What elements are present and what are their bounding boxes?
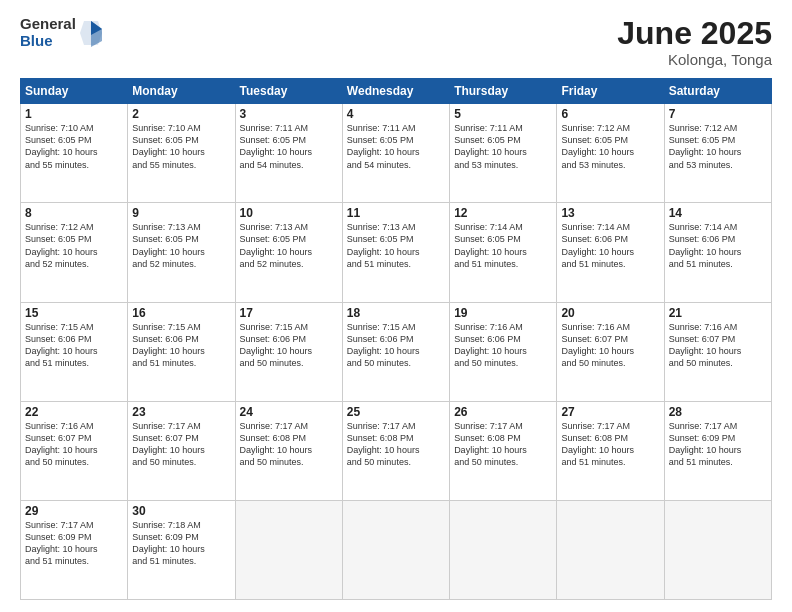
calendar-cell: 6Sunrise: 7:12 AM Sunset: 6:05 PM Daylig… — [557, 104, 664, 203]
day-number: 27 — [561, 405, 659, 419]
calendar-cell: 22Sunrise: 7:16 AM Sunset: 6:07 PM Dayli… — [21, 401, 128, 500]
calendar-cell: 24Sunrise: 7:17 AM Sunset: 6:08 PM Dayli… — [235, 401, 342, 500]
day-info: Sunrise: 7:14 AM Sunset: 6:05 PM Dayligh… — [454, 221, 552, 270]
col-header-wednesday: Wednesday — [342, 79, 449, 104]
calendar-cell — [664, 500, 771, 599]
day-number: 23 — [132, 405, 230, 419]
calendar-cell — [450, 500, 557, 599]
day-info: Sunrise: 7:17 AM Sunset: 6:09 PM Dayligh… — [669, 420, 767, 469]
day-number: 2 — [132, 107, 230, 121]
day-number: 22 — [25, 405, 123, 419]
calendar-cell: 25Sunrise: 7:17 AM Sunset: 6:08 PM Dayli… — [342, 401, 449, 500]
col-header-thursday: Thursday — [450, 79, 557, 104]
day-number: 24 — [240, 405, 338, 419]
day-number: 6 — [561, 107, 659, 121]
calendar-cell: 5Sunrise: 7:11 AM Sunset: 6:05 PM Daylig… — [450, 104, 557, 203]
day-info: Sunrise: 7:17 AM Sunset: 6:08 PM Dayligh… — [347, 420, 445, 469]
day-number: 9 — [132, 206, 230, 220]
title-block: June 2025 Kolonga, Tonga — [617, 16, 772, 68]
logo-general: General — [20, 16, 76, 33]
calendar-cell: 1Sunrise: 7:10 AM Sunset: 6:05 PM Daylig… — [21, 104, 128, 203]
calendar-cell: 20Sunrise: 7:16 AM Sunset: 6:07 PM Dayli… — [557, 302, 664, 401]
calendar-cell: 4Sunrise: 7:11 AM Sunset: 6:05 PM Daylig… — [342, 104, 449, 203]
day-number: 16 — [132, 306, 230, 320]
logo-icon — [80, 19, 102, 47]
day-number: 3 — [240, 107, 338, 121]
calendar-cell: 15Sunrise: 7:15 AM Sunset: 6:06 PM Dayli… — [21, 302, 128, 401]
logo: General Blue — [20, 16, 102, 49]
calendar-cell: 2Sunrise: 7:10 AM Sunset: 6:05 PM Daylig… — [128, 104, 235, 203]
page: General Blue June 2025 Kolonga, Tonga Su… — [0, 0, 792, 612]
calendar-cell: 8Sunrise: 7:12 AM Sunset: 6:05 PM Daylig… — [21, 203, 128, 302]
day-info: Sunrise: 7:13 AM Sunset: 6:05 PM Dayligh… — [240, 221, 338, 270]
calendar-cell — [235, 500, 342, 599]
col-header-monday: Monday — [128, 79, 235, 104]
calendar-cell: 3Sunrise: 7:11 AM Sunset: 6:05 PM Daylig… — [235, 104, 342, 203]
col-header-saturday: Saturday — [664, 79, 771, 104]
day-info: Sunrise: 7:18 AM Sunset: 6:09 PM Dayligh… — [132, 519, 230, 568]
day-info: Sunrise: 7:12 AM Sunset: 6:05 PM Dayligh… — [669, 122, 767, 171]
day-info: Sunrise: 7:16 AM Sunset: 6:07 PM Dayligh… — [25, 420, 123, 469]
day-number: 15 — [25, 306, 123, 320]
day-info: Sunrise: 7:10 AM Sunset: 6:05 PM Dayligh… — [132, 122, 230, 171]
logo-text: General Blue — [20, 16, 76, 49]
calendar-cell: 21Sunrise: 7:16 AM Sunset: 6:07 PM Dayli… — [664, 302, 771, 401]
day-info: Sunrise: 7:15 AM Sunset: 6:06 PM Dayligh… — [25, 321, 123, 370]
day-info: Sunrise: 7:14 AM Sunset: 6:06 PM Dayligh… — [669, 221, 767, 270]
day-number: 18 — [347, 306, 445, 320]
col-header-sunday: Sunday — [21, 79, 128, 104]
day-info: Sunrise: 7:16 AM Sunset: 6:06 PM Dayligh… — [454, 321, 552, 370]
day-info: Sunrise: 7:15 AM Sunset: 6:06 PM Dayligh… — [240, 321, 338, 370]
month-title: June 2025 — [617, 16, 772, 51]
calendar-cell: 18Sunrise: 7:15 AM Sunset: 6:06 PM Dayli… — [342, 302, 449, 401]
day-info: Sunrise: 7:11 AM Sunset: 6:05 PM Dayligh… — [454, 122, 552, 171]
day-number: 26 — [454, 405, 552, 419]
day-number: 28 — [669, 405, 767, 419]
day-number: 12 — [454, 206, 552, 220]
day-number: 11 — [347, 206, 445, 220]
day-number: 25 — [347, 405, 445, 419]
calendar-cell: 23Sunrise: 7:17 AM Sunset: 6:07 PM Dayli… — [128, 401, 235, 500]
calendar-cell: 16Sunrise: 7:15 AM Sunset: 6:06 PM Dayli… — [128, 302, 235, 401]
day-info: Sunrise: 7:13 AM Sunset: 6:05 PM Dayligh… — [132, 221, 230, 270]
calendar-cell: 14Sunrise: 7:14 AM Sunset: 6:06 PM Dayli… — [664, 203, 771, 302]
location: Kolonga, Tonga — [617, 51, 772, 68]
day-info: Sunrise: 7:14 AM Sunset: 6:06 PM Dayligh… — [561, 221, 659, 270]
calendar-cell — [557, 500, 664, 599]
day-info: Sunrise: 7:17 AM Sunset: 6:08 PM Dayligh… — [240, 420, 338, 469]
day-number: 8 — [25, 206, 123, 220]
day-info: Sunrise: 7:11 AM Sunset: 6:05 PM Dayligh… — [347, 122, 445, 171]
day-number: 21 — [669, 306, 767, 320]
day-number: 5 — [454, 107, 552, 121]
day-number: 17 — [240, 306, 338, 320]
calendar-week-5: 29Sunrise: 7:17 AM Sunset: 6:09 PM Dayli… — [21, 500, 772, 599]
calendar-cell: 19Sunrise: 7:16 AM Sunset: 6:06 PM Dayli… — [450, 302, 557, 401]
calendar-cell: 17Sunrise: 7:15 AM Sunset: 6:06 PM Dayli… — [235, 302, 342, 401]
day-info: Sunrise: 7:17 AM Sunset: 6:07 PM Dayligh… — [132, 420, 230, 469]
calendar-week-2: 8Sunrise: 7:12 AM Sunset: 6:05 PM Daylig… — [21, 203, 772, 302]
day-number: 14 — [669, 206, 767, 220]
calendar-table: SundayMondayTuesdayWednesdayThursdayFrid… — [20, 78, 772, 600]
day-info: Sunrise: 7:17 AM Sunset: 6:08 PM Dayligh… — [454, 420, 552, 469]
day-info: Sunrise: 7:16 AM Sunset: 6:07 PM Dayligh… — [669, 321, 767, 370]
day-info: Sunrise: 7:15 AM Sunset: 6:06 PM Dayligh… — [132, 321, 230, 370]
day-info: Sunrise: 7:17 AM Sunset: 6:08 PM Dayligh… — [561, 420, 659, 469]
logo-blue: Blue — [20, 33, 76, 50]
day-number: 30 — [132, 504, 230, 518]
calendar-cell: 27Sunrise: 7:17 AM Sunset: 6:08 PM Dayli… — [557, 401, 664, 500]
calendar-cell: 28Sunrise: 7:17 AM Sunset: 6:09 PM Dayli… — [664, 401, 771, 500]
col-header-friday: Friday — [557, 79, 664, 104]
calendar-week-4: 22Sunrise: 7:16 AM Sunset: 6:07 PM Dayli… — [21, 401, 772, 500]
calendar-cell: 12Sunrise: 7:14 AM Sunset: 6:05 PM Dayli… — [450, 203, 557, 302]
calendar-cell: 26Sunrise: 7:17 AM Sunset: 6:08 PM Dayli… — [450, 401, 557, 500]
calendar-cell: 30Sunrise: 7:18 AM Sunset: 6:09 PM Dayli… — [128, 500, 235, 599]
day-number: 19 — [454, 306, 552, 320]
day-info: Sunrise: 7:12 AM Sunset: 6:05 PM Dayligh… — [25, 221, 123, 270]
calendar-cell: 11Sunrise: 7:13 AM Sunset: 6:05 PM Dayli… — [342, 203, 449, 302]
calendar-week-1: 1Sunrise: 7:10 AM Sunset: 6:05 PM Daylig… — [21, 104, 772, 203]
col-header-tuesday: Tuesday — [235, 79, 342, 104]
calendar-week-3: 15Sunrise: 7:15 AM Sunset: 6:06 PM Dayli… — [21, 302, 772, 401]
day-number: 4 — [347, 107, 445, 121]
day-info: Sunrise: 7:15 AM Sunset: 6:06 PM Dayligh… — [347, 321, 445, 370]
calendar-cell: 13Sunrise: 7:14 AM Sunset: 6:06 PM Dayli… — [557, 203, 664, 302]
